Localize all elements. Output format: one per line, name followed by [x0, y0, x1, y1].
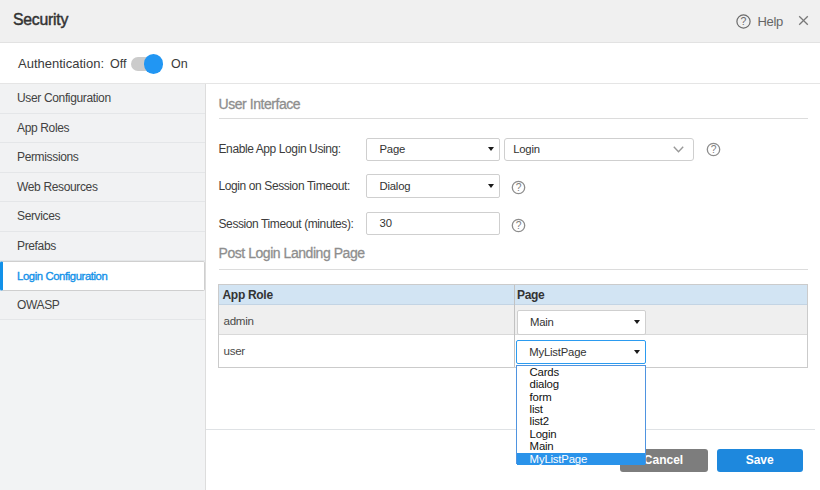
svg-text:?: ? [741, 15, 747, 27]
svg-text:?: ? [710, 144, 716, 155]
svg-text:?: ? [515, 220, 521, 231]
svg-text:?: ? [515, 182, 521, 193]
